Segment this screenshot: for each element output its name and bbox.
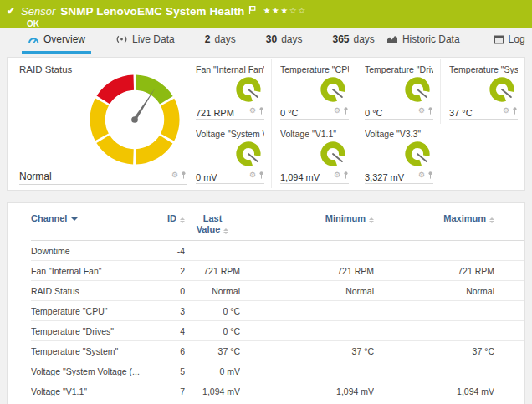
channel-name: RAID Status bbox=[31, 281, 156, 301]
gauge-card-voltage-system-voltage: Voltage "System Voltage (12... 0 mV ⚙ bbox=[187, 124, 271, 188]
gauge-card-empty bbox=[440, 124, 524, 188]
channel-name: Voltage "V1.1" bbox=[31, 381, 156, 401]
gauge-pin-icon[interactable] bbox=[427, 103, 433, 118]
tab-bar: Overview Live Data 2days 30days 365days … bbox=[0, 28, 532, 54]
channel-name: Voltage "System Voltage (... bbox=[31, 361, 156, 381]
table-row-raid-status: RAID Status 0 Normal Normal Normal bbox=[31, 281, 525, 301]
table-row-voltage-v1-1: Voltage "V1.1" 7 1,094 mV 1,094 mV 1,094… bbox=[31, 381, 525, 401]
channel-minimum: Normal bbox=[240, 281, 374, 301]
table-row-downtime: Downtime -4 bbox=[31, 241, 525, 261]
column-header-id[interactable]: ID bbox=[156, 207, 185, 241]
raid-status-value: Normal bbox=[19, 171, 52, 182]
gauge-card-voltage-v1-1: Voltage "V1.1" 1,094 mV ⚙ bbox=[271, 124, 356, 188]
channel-maximum bbox=[374, 361, 494, 381]
gauge-pin-icon[interactable] bbox=[343, 167, 349, 182]
gauge-card-temperature-drives: Temperature "Drives" 0 °C ⚙ bbox=[356, 59, 440, 124]
channel-last-value: 721 RPM bbox=[185, 261, 240, 281]
gauge-dial bbox=[319, 140, 347, 168]
channel-minimum: 721 RPM bbox=[240, 261, 374, 281]
channel-name: Temperature "CPU" bbox=[31, 301, 156, 321]
overview-gauge-icon bbox=[28, 34, 39, 45]
gauge-dial bbox=[403, 140, 432, 168]
channel-maximum: 721 RPM bbox=[374, 261, 494, 281]
gauge-value: 0 °C bbox=[280, 108, 299, 118]
overview-panel: RAID Status Normal ⚙ bbox=[7, 57, 525, 191]
gauge-settings-gear-icon[interactable]: ⚙ bbox=[249, 171, 256, 179]
sort-arrows-icon bbox=[489, 217, 494, 223]
gauge-value: 37 °C bbox=[449, 108, 473, 118]
channel-maximum bbox=[374, 301, 494, 321]
gauge-settings-gear-icon[interactable]: ⚙ bbox=[418, 107, 425, 115]
sensor-title: SNMP LenovoEMC System Health bbox=[60, 5, 244, 18]
gauge-dial bbox=[319, 75, 347, 104]
gauge-settings-gear-icon[interactable]: ⚙ bbox=[334, 171, 340, 179]
channel-id: 3 bbox=[156, 301, 185, 321]
tab-log[interactable]: Log bbox=[488, 28, 531, 54]
sensor-header-bar: ✔ Sensor SNMP LenovoEMC System Health ★★… bbox=[0, 0, 532, 28]
channel-minimum: 3,327 mV bbox=[240, 401, 374, 404]
column-header-last-value[interactable]: LastValue bbox=[185, 207, 240, 241]
channel-minimum: 37 °C bbox=[240, 341, 374, 361]
gauge-value: 3,327 mV bbox=[365, 172, 404, 182]
channel-last-value: 1,094 mV bbox=[185, 381, 240, 401]
tab-2-days[interactable]: 2days bbox=[199, 28, 242, 54]
sort-arrows-icon bbox=[223, 228, 228, 234]
gauge-value: 0 °C bbox=[365, 108, 383, 118]
channel-maximum: 1,094 mV bbox=[374, 381, 494, 401]
sort-arrows-icon bbox=[180, 217, 185, 223]
gauge-title: Voltage "System Voltage (12... bbox=[196, 129, 264, 139]
column-header-minimum[interactable]: Minimum bbox=[240, 207, 374, 241]
gauge-title: Temperature "System" bbox=[449, 64, 518, 74]
raid-status-gauge-dial bbox=[88, 73, 182, 166]
gauge-settings-gear-icon[interactable]: ⚙ bbox=[334, 107, 340, 115]
channel-minimum bbox=[240, 321, 374, 341]
channel-table: Channel ID LastValue Minimum Maximum Dow… bbox=[31, 207, 525, 404]
gauge-card-temperature-system: Temperature "System" 37 °C ⚙ bbox=[440, 59, 524, 124]
priority-stars[interactable]: ★★★☆☆ bbox=[263, 6, 306, 15]
mini-gauges-grid: Fan "Internal Fan" 721 RPM ⚙ Temperature… bbox=[187, 58, 524, 190]
tab-365-days[interactable]: 365days bbox=[326, 28, 380, 54]
tab-historic-data[interactable]: Historic Data bbox=[381, 28, 466, 54]
sensor-kind-label: Sensor bbox=[21, 5, 55, 18]
tab-30-days[interactable]: 30days bbox=[260, 28, 309, 54]
table-row-fan-internal-fan: Fan "Internal Fan" 2 721 RPM 721 RPM 721… bbox=[31, 261, 525, 281]
sort-caret-icon bbox=[71, 217, 78, 221]
gauge-pin-icon[interactable] bbox=[181, 167, 187, 182]
gauge-pin-icon[interactable] bbox=[512, 103, 518, 118]
gauge-settings-gear-icon[interactable]: ⚙ bbox=[249, 107, 256, 115]
channel-last-value bbox=[185, 241, 240, 261]
channel-id: -4 bbox=[156, 241, 185, 261]
tab-live-data[interactable]: Live Data bbox=[110, 28, 181, 54]
flag-icon[interactable] bbox=[248, 3, 256, 18]
column-header-maximum[interactable]: Maximum bbox=[374, 207, 494, 241]
gauge-card-voltage-v3-3: Voltage "V3.3" 3,327 mV ⚙ bbox=[356, 124, 440, 188]
channel-maximum: 37 °C bbox=[374, 341, 494, 361]
live-data-icon bbox=[115, 34, 128, 44]
gauge-settings-gear-icon[interactable]: ⚙ bbox=[418, 171, 425, 179]
table-row-temperature-system: Temperature "System" 6 37 °C 37 °C 37 °C bbox=[31, 341, 525, 361]
gauge-dial bbox=[234, 75, 263, 104]
channel-name: Temperature "System" bbox=[31, 341, 156, 361]
sort-arrows-icon bbox=[369, 217, 374, 223]
channel-minimum bbox=[240, 361, 374, 381]
gauge-title: Temperature "Drives" bbox=[365, 64, 433, 74]
channel-last-value: Normal bbox=[185, 281, 240, 301]
channel-name: Voltage "V3.3" bbox=[31, 401, 156, 404]
channel-maximum bbox=[374, 321, 494, 341]
column-header-channel[interactable]: Channel bbox=[31, 207, 156, 241]
gauge-pin-icon[interactable] bbox=[258, 167, 264, 182]
gauge-settings-gear-icon[interactable]: ⚙ bbox=[503, 107, 509, 115]
channel-last-value: 0 mV bbox=[185, 361, 240, 381]
channel-id: 5 bbox=[156, 361, 185, 381]
gauge-pin-icon[interactable] bbox=[427, 167, 433, 182]
tab-overview[interactable]: Overview bbox=[22, 28, 91, 54]
gauge-dial bbox=[234, 140, 263, 168]
gauge-value: 0 mV bbox=[196, 172, 217, 182]
channel-id: 2 bbox=[156, 261, 185, 281]
gauge-dial bbox=[488, 75, 516, 104]
gauge-pin-icon[interactable] bbox=[343, 103, 349, 118]
gauge-settings-gear-icon[interactable]: ⚙ bbox=[171, 171, 178, 179]
channel-last-value: 37 °C bbox=[185, 341, 240, 361]
gauge-pin-icon[interactable] bbox=[258, 103, 264, 118]
channel-name: Temperature "Drives" bbox=[31, 321, 156, 341]
